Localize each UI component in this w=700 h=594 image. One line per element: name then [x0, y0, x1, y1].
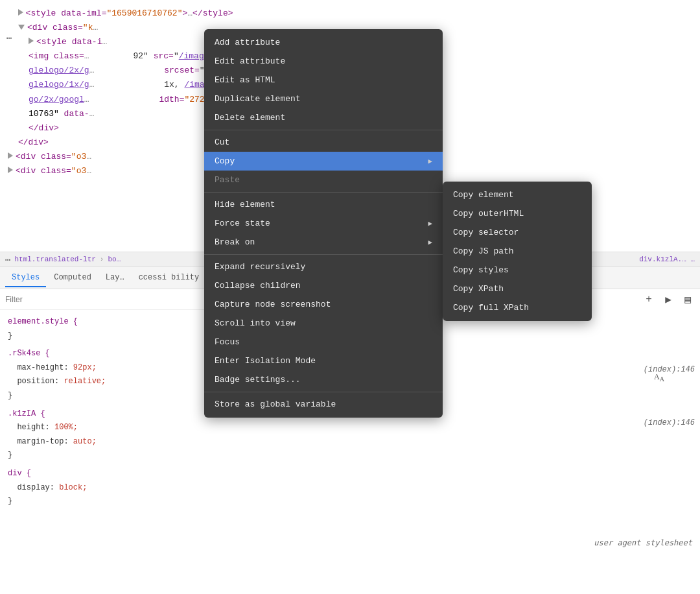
menu-label-add-attribute: Add attribute [215, 38, 280, 47]
context-menu: Add attribute Edit attribute Edit as HTM… [204, 29, 443, 418]
styles-panel: element.style { } .rSk4se { max-height: … [0, 310, 207, 518]
style-val-maxheight: 92px; [73, 363, 97, 372]
breadcrumb-right[interactable]: div.k1zlA.… … [639, 255, 695, 263]
style-rule-div: div { display: block; } [8, 467, 200, 509]
filter-bar[interactable] [0, 289, 207, 310]
submenu-item-copy-outerhtml[interactable]: Copy outerHTML [443, 204, 592, 223]
menu-label-scroll: Scroll into view [215, 318, 296, 328]
style-selector-rsk4se: .rSk4se { [8, 349, 50, 358]
menu-item-collapse[interactable]: Collapse children [204, 276, 443, 295]
line-numbers: (index):146 (index):146 [644, 363, 695, 430]
menu-divider-4 [204, 392, 443, 392]
menu-item-expand[interactable]: Expand recursively [204, 257, 443, 276]
menu-divider-3 [204, 254, 443, 255]
menu-divider-2 [204, 192, 443, 193]
line-num-2: (index):146 [644, 416, 695, 431]
menu-item-break-on[interactable]: Break on ▶ [204, 233, 443, 252]
menu-item-isolation[interactable]: Enter Isolation Mode [204, 351, 443, 370]
copy-arrow-icon: ▶ [428, 157, 432, 165]
devtools-dots-top[interactable]: ⋯ [6, 32, 12, 43]
tab-layout[interactable]: Lay… [99, 269, 131, 287]
menu-label-isolation: Enter Isolation Mode [215, 356, 316, 366]
menu-label-expand: Expand recursively [215, 262, 305, 272]
style-prop-height: height: [17, 423, 54, 432]
menu-item-capture[interactable]: Capture node screenshot [204, 295, 443, 314]
submenu-label-copy-full-xpath: Copy full XPath [453, 303, 529, 313]
menu-item-paste[interactable]: Paste [204, 171, 443, 189]
sidebar-icon[interactable]: ▤ [681, 292, 695, 307]
style-selector-k1zia: .k1zIA { [8, 409, 45, 418]
submenu-item-copy-jspath[interactable]: Copy JS path [443, 242, 592, 261]
menu-divider-1 [204, 130, 443, 130]
menu-label-copy: Copy [215, 156, 235, 166]
break-on-arrow-icon: ▶ [428, 238, 432, 246]
right-icons-bar: + ▶ ▤ [642, 289, 695, 310]
submenu-item-copy-full-xpath[interactable]: Copy full XPath [443, 298, 592, 317]
filter-input[interactable] [5, 295, 102, 304]
add-style-icon[interactable]: + [642, 292, 656, 307]
breadcrumb-separator: › [100, 255, 104, 263]
menu-item-store-global[interactable]: Store as global variable [204, 395, 443, 414]
menu-item-force-state[interactable]: Force state ▶ [204, 214, 443, 233]
menu-item-focus[interactable]: Focus [204, 333, 443, 351]
menu-item-badge[interactable]: Badge settings... [204, 370, 443, 389]
user-agent-text: user agent stylesheet [594, 538, 692, 547]
submenu-label-copy-outerhtml: Copy outerHTML [453, 209, 524, 219]
menu-item-copy[interactable]: Copy ▶ [204, 152, 443, 171]
style-prop-maxheight: max-height: [17, 363, 73, 372]
menu-item-duplicate[interactable]: Duplicate element [204, 89, 443, 108]
style-rule-rsk4se: .rSk4se { max-height: 92px; position: re… [8, 347, 200, 403]
submenu-label-copy-xpath: Copy XPath [453, 284, 504, 294]
aa-text: AA [654, 372, 664, 383]
force-state-arrow-icon: ▶ [428, 219, 432, 228]
menu-label-store-global: Store as global variable [215, 399, 336, 409]
menu-item-edit-html[interactable]: Edit as HTML [204, 71, 443, 89]
menu-label-cut: Cut [215, 137, 229, 147]
menu-item-scroll[interactable]: Scroll into view [204, 314, 443, 333]
style-val-position: relative; [64, 377, 106, 386]
code-line-1: <style data-iml="1659016710762">…</style… [8, 6, 692, 21]
menu-label-duplicate: Duplicate element [215, 94, 301, 104]
menu-item-hide[interactable]: Hide element [204, 195, 443, 214]
style-close-brace-2: } [8, 391, 12, 400]
style-val-display: block; [59, 483, 87, 492]
submenu-item-copy-styles[interactable]: Copy styles [443, 261, 592, 279]
submenu-item-copy-xpath[interactable]: Copy XPath [443, 279, 592, 298]
breadcrumb-dots[interactable]: ⋯ [5, 254, 10, 265]
menu-label-collapse: Collapse children [215, 281, 301, 291]
style-close-brace-4: } [8, 497, 12, 506]
submenu-label-copy-jspath: Copy JS path [453, 246, 514, 256]
tab-styles[interactable]: Styles [5, 269, 46, 287]
menu-label-delete: Delete element [215, 113, 285, 123]
inspector-icon[interactable]: ▶ [661, 292, 675, 307]
breadcrumb-html[interactable]: html.translated-ltr [14, 255, 95, 263]
style-prop-margintop: margin-top: [17, 437, 73, 446]
menu-item-cut[interactable]: Cut [204, 133, 443, 152]
style-close-brace-3: } [8, 451, 12, 460]
breadcrumb-body[interactable]: bo… [108, 255, 121, 263]
menu-item-delete[interactable]: Delete element [204, 108, 443, 127]
style-close-brace: } [8, 331, 12, 340]
submenu-label-copy-element: Copy element [453, 190, 514, 200]
menu-label-capture: Capture node screenshot [215, 300, 331, 309]
submenu-label-copy-selector: Copy selector [453, 228, 519, 237]
menu-label-hide: Hide element [215, 200, 275, 209]
style-rule-element: element.style { } [8, 315, 200, 343]
submenu-label-copy-styles: Copy styles [453, 265, 509, 275]
tab-computed[interactable]: Computed [47, 269, 98, 287]
menu-label-badge: Badge settings... [215, 375, 301, 385]
style-val-margintop: auto; [73, 437, 97, 446]
menu-label-paste: Paste [215, 175, 240, 185]
submenu-item-copy-selector[interactable]: Copy selector [443, 223, 592, 242]
line-num-1: (index):146 [644, 363, 695, 377]
tab-accessibility[interactable]: ccessi bility [132, 269, 206, 287]
menu-item-edit-attribute[interactable]: Edit attribute [204, 52, 443, 71]
menu-label-break-on: Break on [215, 237, 255, 247]
menu-label-edit-attribute: Edit attribute [215, 56, 285, 66]
menu-item-add-attribute[interactable]: Add attribute [204, 33, 443, 52]
submenu-item-copy-element[interactable]: Copy element [443, 185, 592, 204]
style-prop-display: display: [17, 483, 59, 492]
style-selector-element: element.style { [8, 317, 78, 326]
menu-label-focus: Focus [215, 337, 240, 347]
menu-label-force-state: Force state [215, 219, 270, 228]
